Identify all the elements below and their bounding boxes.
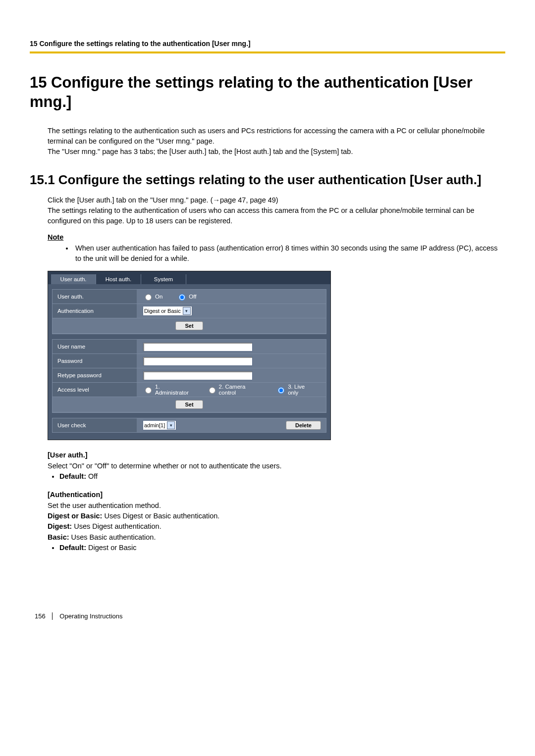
config-screenshot: User auth. Host auth. System User auth. …: [48, 271, 331, 440]
radio-admin[interactable]: [145, 387, 152, 394]
radio-camctrl[interactable]: [209, 387, 215, 394]
footer-doc-type: Operating Instructions: [52, 612, 122, 620]
authentication-select[interactable]: Digest or Basic ▾: [143, 306, 192, 316]
access-administrator-radio[interactable]: 1. Administrator: [143, 384, 193, 396]
user-auth-default: Default: Off: [59, 471, 505, 482]
chevron-down-icon: ▾: [183, 307, 191, 315]
user-auth-detail-heading: [User auth.]: [48, 451, 505, 459]
note-item: When user authentication has failed to p…: [73, 243, 505, 264]
chevron-down-icon: ▾: [167, 421, 175, 429]
running-header: 15 Configure the settings relating to th…: [30, 40, 505, 53]
tab-bar: User auth. Host auth. System: [48, 271, 330, 284]
retype-label: Retype password: [53, 372, 137, 378]
retype-field[interactable]: [143, 371, 253, 380]
radio-on[interactable]: [145, 294, 152, 301]
authentication-digest-basic: Digest or Basic: Uses Digest or Basic au…: [30, 511, 505, 521]
tab-system[interactable]: System: [141, 274, 186, 284]
user-check-select[interactable]: admin[1] ▾: [143, 420, 176, 430]
user-auth-label: User auth.: [53, 294, 137, 300]
delete-button[interactable]: Delete: [286, 421, 321, 430]
set-button-2[interactable]: Set: [175, 400, 203, 409]
access-level-label: Access level: [53, 387, 137, 393]
chapter-title: 15 Configure the settings relating to th…: [30, 73, 505, 112]
tab-user-auth[interactable]: User auth.: [51, 274, 96, 284]
password-label: Password: [53, 358, 137, 364]
user-check-label: User check: [53, 422, 137, 428]
note-heading: Note: [48, 233, 505, 241]
authentication-label: Authentication: [53, 308, 137, 314]
tab-host-auth[interactable]: Host auth.: [96, 274, 141, 284]
authentication-default: Default: Digest or Basic: [59, 543, 505, 553]
user-auth-on-radio[interactable]: On: [143, 293, 162, 301]
radio-live[interactable]: [278, 387, 284, 394]
username-label: User name: [53, 344, 137, 350]
intro-paragraph-1: The settings relating to the authenticat…: [30, 126, 505, 147]
authentication-digest: Digest: Uses Digest authentication.: [30, 521, 505, 532]
user-auth-off-radio[interactable]: Off: [176, 293, 196, 301]
username-field[interactable]: [143, 342, 253, 352]
section-title: 15.1 Configure the settings relating to …: [30, 172, 505, 189]
password-field[interactable]: [143, 356, 253, 366]
authentication-detail-heading: [Authentication]: [48, 491, 505, 499]
page-footer: 156 Operating Instructions: [30, 612, 505, 620]
radio-off[interactable]: [179, 294, 185, 301]
section-body-2: The settings relating to the authenticat…: [30, 205, 505, 226]
access-camera-control-radio[interactable]: 2. Camera control: [207, 384, 262, 396]
page-number: 156: [35, 612, 46, 620]
authentication-basic: Basic: Uses Basic authentication.: [30, 532, 505, 543]
access-live-only-radio[interactable]: 3. Live only: [275, 384, 315, 396]
section-body-1: Click the [User auth.] tab on the "User …: [30, 195, 505, 205]
authentication-line1: Set the user authentication method.: [30, 501, 505, 511]
intro-paragraph-2: The "User mng." page has 3 tabs; the [Us…: [30, 147, 505, 157]
set-button-1[interactable]: Set: [175, 321, 203, 330]
user-auth-detail-text: Select "On" or "Off" to determine whethe…: [30, 461, 505, 471]
